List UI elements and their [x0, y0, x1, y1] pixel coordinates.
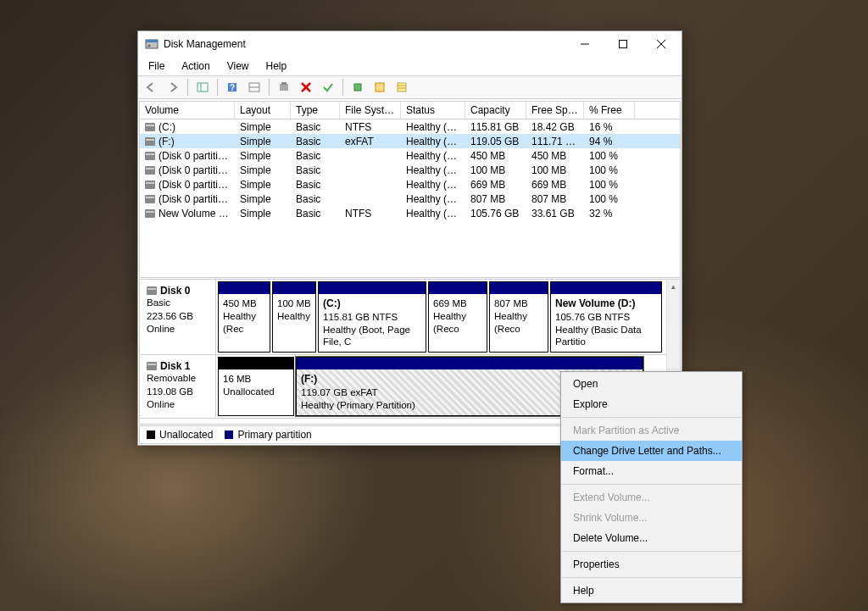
list-button[interactable] [392, 78, 411, 97]
window-title: Disk Management [164, 38, 565, 50]
col-filesystem[interactable]: File System [340, 102, 401, 119]
ctx-change-letter[interactable]: Change Drive Letter and Paths... [561, 441, 742, 461]
menu-help[interactable]: Help [259, 58, 294, 74]
svg-rect-14 [281, 82, 287, 85]
column-headers: Volume Layout Type File System Status Ca… [140, 102, 680, 119]
back-button[interactable] [142, 78, 160, 97]
col-layout[interactable]: Layout [235, 102, 291, 119]
partition[interactable]: 450 MBHealthy (Rec [218, 281, 270, 353]
legend-unallocated: Unallocated [147, 429, 213, 441]
ctx-separator [562, 577, 741, 578]
props-button[interactable] [370, 78, 389, 97]
disk-label[interactable]: Disk 1Removable119.08 GBOnline [140, 355, 216, 417]
partition[interactable]: 669 MBHealthy (Reco [428, 281, 487, 353]
volume-icon [145, 209, 155, 218]
legend-primary: Primary partition [225, 429, 311, 441]
app-icon [145, 37, 159, 51]
ctx-delete[interactable]: Delete Volume... [561, 528, 742, 548]
menu-file[interactable]: File [142, 58, 171, 74]
volume-icon [145, 137, 155, 146]
refresh-button[interactable] [348, 78, 367, 97]
table-row[interactable]: New Volume (D:)SimpleBasicNTFSHealthy (B… [140, 206, 680, 220]
ctx-properties[interactable]: Properties [561, 554, 742, 575]
show-hide-button[interactable] [193, 78, 212, 97]
col-type[interactable]: Type [291, 102, 340, 119]
volume-icon [145, 166, 155, 175]
ctx-separator [562, 551, 741, 552]
ctx-help[interactable]: Help [561, 580, 742, 601]
volume-icon [145, 181, 155, 189]
settings-button[interactable] [275, 78, 293, 97]
toolbar-separator [217, 79, 218, 96]
svg-rect-4 [619, 41, 626, 48]
col-percent[interactable]: % Free [584, 102, 635, 119]
menu-action[interactable]: Action [175, 58, 216, 74]
toolbar: ? [138, 75, 682, 99]
volume-icon [145, 123, 155, 131]
partition[interactable]: 16 MBUnallocated [218, 357, 294, 415]
partition[interactable]: (C:)115.81 GB NTFSHealthy (Boot, Page Fi… [318, 281, 426, 353]
maximize-button[interactable] [604, 32, 642, 57]
minimize-button[interactable] [565, 32, 604, 57]
scroll-up-icon[interactable]: ▴ [666, 280, 680, 293]
forward-button[interactable] [164, 78, 182, 97]
ctx-explore[interactable]: Explore [561, 394, 742, 414]
svg-text:?: ? [230, 83, 235, 92]
close-button[interactable] [642, 32, 680, 57]
help-button[interactable]: ? [223, 78, 242, 97]
table-row[interactable]: (F:)SimpleBasicexFATHealthy (P...119.05 … [140, 134, 680, 148]
menubar: File Action View Help [138, 57, 682, 75]
svg-rect-17 [354, 84, 361, 91]
ctx-open[interactable]: Open [561, 374, 742, 394]
svg-rect-19 [398, 83, 406, 92]
table-row[interactable]: (Disk 0 partition 5)SimpleBasicHealthy (… [140, 177, 680, 192]
table-row[interactable]: (Disk 0 partition 2)SimpleBasicHealthy (… [140, 163, 680, 177]
table-row[interactable]: (Disk 0 partition 1)SimpleBasicHealthy (… [140, 148, 680, 163]
col-status[interactable]: Status [401, 102, 465, 119]
ctx-separator [562, 484, 741, 485]
panel-button[interactable] [245, 78, 264, 97]
col-volume[interactable]: Volume [140, 102, 235, 119]
table-row[interactable]: (Disk 0 partition 6)SimpleBasicHealthy (… [140, 192, 680, 206]
apply-button[interactable] [319, 78, 337, 97]
toolbar-separator [269, 79, 270, 96]
ctx-mark-active: Mark Partition as Active [561, 420, 742, 441]
ctx-extend: Extend Volume... [561, 487, 742, 508]
ctx-separator [562, 417, 741, 418]
svg-point-2 [148, 45, 151, 47]
ctx-format[interactable]: Format... [561, 461, 742, 481]
disk-row: Disk 0Basic223.56 GBOnline450 MBHealthy … [140, 280, 666, 355]
delete-button[interactable] [297, 78, 315, 97]
toolbar-separator [187, 79, 188, 96]
col-capacity[interactable]: Capacity [465, 102, 526, 119]
titlebar[interactable]: Disk Management [138, 31, 682, 57]
partition[interactable]: 807 MBHealthy (Reco [489, 281, 548, 353]
volume-icon [145, 152, 155, 160]
table-row[interactable]: (C:)SimpleBasicNTFSHealthy (B...115.81 G… [140, 119, 680, 134]
col-free[interactable]: Free Spa... [526, 102, 584, 119]
volume-icon [145, 195, 155, 203]
disk-label[interactable]: Disk 0Basic223.56 GBOnline [140, 280, 216, 354]
svg-rect-1 [146, 40, 158, 42]
partition[interactable]: New Volume (D:)105.76 GB NTFSHealthy (Ba… [550, 281, 662, 353]
partition[interactable]: 100 MBHealthy [272, 281, 316, 353]
svg-rect-13 [280, 84, 288, 91]
svg-rect-7 [198, 83, 208, 92]
ctx-shrink: Shrink Volume... [561, 508, 742, 528]
menu-view[interactable]: View [220, 58, 256, 74]
svg-rect-18 [376, 83, 384, 92]
toolbar-separator [342, 79, 343, 96]
context-menu: Open Explore Mark Partition as Active Ch… [560, 371, 743, 603]
volume-list: Volume Layout Type File System Status Ca… [139, 101, 681, 278]
